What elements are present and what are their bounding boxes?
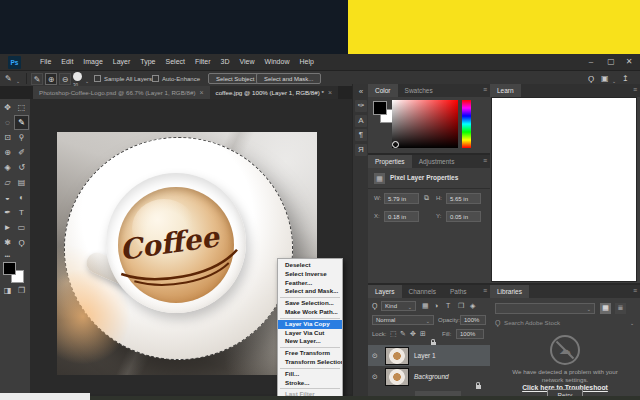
close-tab-icon[interactable]: × [199, 86, 203, 99]
quick-selection-tool[interactable]: ✎ [15, 116, 28, 129]
width-field[interactable]: 5.79 in [384, 193, 419, 204]
y-field[interactable]: 0.05 in [446, 211, 481, 222]
eraser-tool[interactable]: ▱ [1, 176, 14, 189]
blend-mode-dropdown[interactable]: Normal ⌄ [372, 315, 434, 325]
blur-tool[interactable]: ◒ [1, 191, 14, 204]
character-panel-icon[interactable]: A [355, 115, 367, 127]
panel-menu-icon[interactable]: ≡ [483, 287, 487, 294]
layer-name[interactable]: Background [414, 373, 449, 381]
filter-pixel-layers-icon[interactable]: ▦ [422, 301, 429, 311]
layer-row-background[interactable]: ⊙ Background [368, 366, 490, 387]
fill-dropdown[interactable]: 100% [456, 329, 484, 339]
menu-help[interactable]: Help [294, 54, 318, 70]
layer-thumbnail[interactable] [385, 368, 409, 386]
layer-visibility-eye-icon[interactable]: ⊙ [372, 373, 378, 380]
glyphs-panel-icon[interactable]: Я [355, 144, 367, 156]
dodge-tool[interactable]: ◐ [15, 191, 28, 204]
panel-menu-icon[interactable]: ≡ [483, 157, 487, 164]
layer-name[interactable]: Layer 1 [414, 352, 436, 360]
link-dimensions-icon[interactable]: ⧉ [424, 193, 429, 203]
menu-3d[interactable]: 3D [216, 54, 235, 70]
filter-shape-layers-icon[interactable]: ❐ [458, 301, 464, 311]
context-menu-item-save-selection[interactable]: Save Selection... [278, 299, 342, 308]
hue-slider[interactable] [462, 100, 471, 148]
lock-position-icon[interactable]: ✥ [410, 329, 416, 339]
quick-mask-icon[interactable]: ◨ [1, 284, 14, 297]
list-view-icon[interactable]: ≣ [615, 303, 626, 314]
document-tab-active[interactable]: coffee.jpg @ 100% (Layer 1, RGB/8#) * × [210, 86, 338, 99]
layer-filter-kind-dropdown[interactable]: Kind ⌄ [381, 301, 416, 311]
type-tool[interactable]: T [15, 206, 28, 219]
menu-file[interactable]: File [35, 54, 56, 70]
context-menu-item-layer-via-cut[interactable]: Layer Via Cut [278, 329, 342, 338]
menu-type[interactable]: Type [135, 54, 160, 70]
document-tab-inactive[interactable]: Photoshop-Coffee-Logo.psd @ 66.7% (Layer… [33, 86, 210, 99]
lasso-tool[interactable]: ◌ [1, 116, 14, 129]
close-tab-icon[interactable]: × [328, 86, 332, 99]
paragraph-panel-icon[interactable]: ¶ [355, 129, 367, 141]
panel-menu-icon[interactable]: ≡ [633, 287, 637, 294]
tab-properties[interactable]: Properties [368, 155, 412, 168]
panel-menu-icon[interactable]: ≡ [483, 86, 487, 93]
filter-type-layers-icon[interactable]: T [446, 301, 450, 311]
context-menu-item-select-and-mask[interactable]: Select and Mask... [278, 287, 342, 296]
history-brush-tool[interactable]: ↺ [15, 161, 28, 174]
crop-tool[interactable]: ⊡ [1, 131, 14, 144]
sample-all-layers-checkbox[interactable] [94, 75, 101, 82]
menu-filter[interactable]: Filter [190, 54, 216, 70]
x-field[interactable]: 0.18 in [384, 211, 419, 222]
menu-edit[interactable]: Edit [56, 54, 78, 70]
brush-tool[interactable]: ✐ [15, 146, 28, 159]
tab-libraries[interactable]: Libraries [490, 285, 529, 298]
opacity-dropdown[interactable]: 100% [460, 315, 486, 325]
lock-paint-icon[interactable]: ✎ [400, 329, 406, 339]
select-and-mask-button[interactable]: Select and Mask... [256, 73, 321, 84]
zoom-tool[interactable]: Ϙ [15, 236, 28, 249]
context-menu-item-transform-selection[interactable]: Transform Selection [278, 358, 342, 367]
menu-select[interactable]: Select [161, 54, 190, 70]
height-field[interactable]: 5.65 in [446, 193, 481, 204]
clone-stamp-tool[interactable]: ◈ [1, 161, 14, 174]
healing-brush-tool[interactable]: ⊕ [1, 146, 14, 159]
tab-color[interactable]: Color [368, 84, 398, 97]
layer-thumbnail[interactable] [385, 347, 409, 365]
grid-view-icon[interactable]: ▦ [600, 303, 611, 314]
menu-layer[interactable]: Layer [108, 54, 136, 70]
eyedropper-tool[interactable]: ⚲ [15, 131, 28, 144]
path-selection-tool[interactable]: ► [1, 221, 14, 234]
menu-view[interactable]: View [235, 54, 260, 70]
library-selector-dropdown[interactable]: ⌄ [495, 303, 595, 314]
close-button[interactable]: ✕ [620, 54, 638, 70]
panel-menu-icon[interactable]: ≡ [633, 86, 637, 93]
context-menu-item-free-transform[interactable]: Free Transform [278, 349, 342, 358]
hand-tool[interactable]: ✱ [1, 236, 14, 249]
filter-smart-objects-icon[interactable]: ◈ [470, 301, 475, 311]
tab-paths[interactable]: Paths [443, 285, 474, 298]
menu-window[interactable]: Window [260, 54, 295, 70]
context-menu-item-stroke[interactable]: Stroke... [278, 379, 342, 388]
context-menu-item-new-layer[interactable]: New Layer... [278, 337, 342, 346]
tool-preset-icon[interactable]: ✎ [5, 73, 12, 85]
tab-layers[interactable]: Layers [368, 285, 402, 298]
maximize-button[interactable]: ▢ [602, 54, 620, 70]
select-subject-button[interactable]: Select Subject [208, 73, 262, 84]
context-menu-item-deselect[interactable]: Deselect [278, 261, 342, 270]
foreground-color-swatch[interactable] [373, 101, 387, 115]
subtract-from-selection-mode-icon[interactable]: ⊖ [59, 73, 71, 85]
gradient-tool[interactable]: ▤ [15, 176, 28, 189]
context-menu-item-feather[interactable]: Feather... [278, 279, 342, 288]
saturation-brightness-picker[interactable] [392, 100, 458, 148]
filter-adjustment-layers-icon[interactable]: ◑ [434, 301, 438, 311]
tab-learn[interactable]: Learn [490, 84, 521, 97]
chevron-down-icon[interactable]: ⌄ [630, 320, 634, 326]
pen-tool[interactable]: ✒ [1, 206, 14, 219]
tab-channels[interactable]: Channels [402, 285, 443, 298]
brushes-panel-icon[interactable]: ✑ [355, 100, 367, 112]
context-menu-item-make-work-path[interactable]: Make Work Path... [278, 308, 342, 317]
context-menu-item-layer-via-copy[interactable]: Layer Via Copy [278, 320, 342, 329]
layer-row-layer1[interactable]: ⊙ Layer 1 [368, 345, 490, 366]
context-menu-item-select-inverse[interactable]: Select Inverse [278, 270, 342, 279]
menu-image[interactable]: Image [78, 54, 107, 70]
layer-visibility-eye-icon[interactable]: ⊙ [372, 352, 378, 359]
screen-mode-icon[interactable]: ❐ [15, 284, 28, 297]
